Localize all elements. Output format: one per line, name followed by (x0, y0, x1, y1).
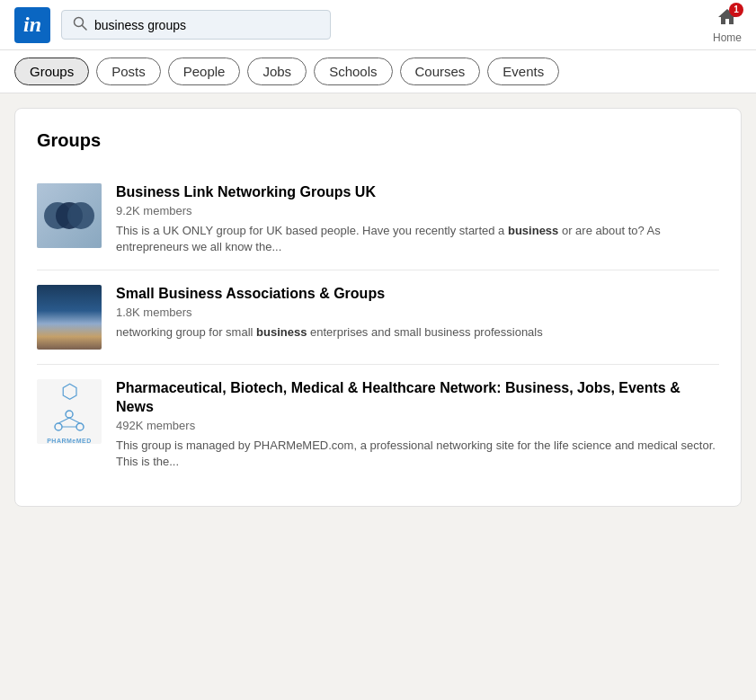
svg-point-4 (76, 423, 84, 430)
groups-section-title: Groups (37, 130, 719, 151)
tab-people[interactable]: People (168, 58, 241, 85)
tab-posts[interactable]: Posts (96, 58, 161, 85)
group-thumbnail-1 (37, 183, 102, 248)
group-info-2: Small Business Associations & Groups 1.8… (116, 285, 719, 350)
svg-line-5 (58, 418, 69, 423)
group-thumbnail-3: ⬡ PHARMeMED (37, 379, 102, 444)
group-members-3: 492K members (116, 419, 719, 432)
svg-point-3 (55, 423, 62, 430)
notification-badge: 1 (729, 3, 743, 17)
pharme-molecule-svg (49, 407, 89, 434)
thumb-circle-center (56, 202, 83, 229)
svg-line-6 (69, 418, 80, 423)
group-desc-3: This group is managed by PHARMeMED.com, … (116, 438, 719, 470)
tab-schools[interactable]: Schools (314, 58, 392, 85)
home-label: Home (713, 31, 742, 44)
group-name-3: Pharmaceutical, Biotech, Medical & Healt… (116, 379, 719, 417)
tab-courses[interactable]: Courses (400, 58, 481, 85)
svg-point-2 (66, 411, 73, 418)
home-icon-wrap: 1 (716, 6, 738, 28)
search-icon (73, 16, 87, 33)
group-thumbnail-2 (37, 285, 102, 350)
groups-card: Groups Business Link Networking Groups U… (14, 108, 742, 507)
content-area: Groups Business Link Networking Groups U… (0, 93, 756, 521)
header: in business groups 1 Home (0, 0, 756, 50)
linkedin-logo[interactable]: in (14, 7, 50, 43)
thumb-pharme: ⬡ PHARMeMED (37, 379, 102, 444)
group-desc-2: networking group for small business ente… (116, 324, 719, 341)
group-info-3: Pharmaceutical, Biotech, Medical & Healt… (116, 379, 719, 470)
home-nav[interactable]: 1 Home (713, 6, 742, 44)
pharme-molecule-icon: ⬡ (61, 380, 78, 403)
group-members-1: 9.2K members (116, 204, 719, 217)
thumb-landscape (37, 285, 102, 350)
list-item[interactable]: Small Business Associations & Groups 1.8… (37, 270, 719, 365)
search-text: business groups (94, 18, 319, 32)
tab-groups[interactable]: Groups (14, 58, 89, 85)
list-item[interactable]: ⬡ PHARMeMED Pharmaceutical, Biotech, Med… (37, 365, 719, 484)
group-desc-1: This is a UK ONLY group for UK based peo… (116, 223, 719, 255)
linkedin-logo-text: in (23, 13, 41, 37)
group-members-2: 1.8K members (116, 306, 719, 319)
search-bar[interactable]: business groups (61, 10, 331, 40)
tab-events[interactable]: Events (487, 58, 559, 85)
svg-line-1 (83, 26, 87, 31)
group-info-1: Business Link Networking Groups UK 9.2K … (116, 183, 719, 255)
thumb-circles (37, 183, 102, 248)
tab-jobs[interactable]: Jobs (247, 58, 307, 85)
pharme-logo-text: PHARMeMED (47, 438, 92, 444)
list-item[interactable]: Business Link Networking Groups UK 9.2K … (37, 169, 719, 270)
group-name-1: Business Link Networking Groups UK (116, 183, 719, 202)
group-name-2: Small Business Associations & Groups (116, 285, 719, 304)
filter-bar: Groups Posts People Jobs Schools Courses… (0, 50, 756, 93)
